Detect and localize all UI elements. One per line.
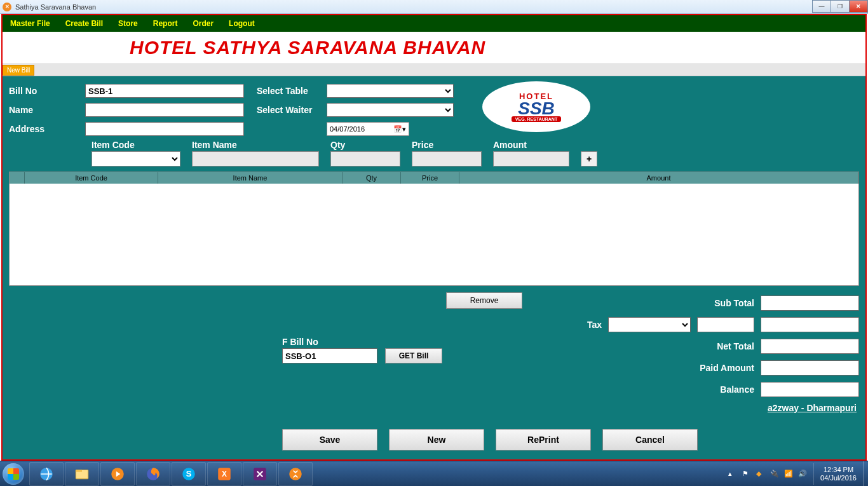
balance-value[interactable] <box>761 382 859 397</box>
app-frame: Master File Create Bill Store Report Ord… <box>1 14 867 461</box>
svg-rect-2 <box>76 470 82 471</box>
fbill-input[interactable] <box>282 348 377 363</box>
tray-flag-icon[interactable]: ⚑ <box>742 470 751 478</box>
amount-input[interactable] <box>493 151 569 166</box>
grid-col-item-name[interactable]: Item Name <box>158 172 342 184</box>
close-button[interactable]: ✕ <box>849 0 868 13</box>
taskbar-visualstudio-icon[interactable] <box>243 462 277 486</box>
tray-power-icon[interactable]: 🔌 <box>770 470 779 478</box>
taskbar-xampp-icon[interactable]: X <box>207 462 241 486</box>
date-value: 04/07/2016 <box>330 125 365 133</box>
tray-shield-icon[interactable]: ◆ <box>756 470 765 478</box>
new-button[interactable]: New <box>389 429 484 451</box>
name-label: Name <box>9 105 85 115</box>
select-waiter-dropdown[interactable] <box>327 103 454 117</box>
system-tray: ▴ ⚑ ◆ 🔌 📶 🔊 12:34 PM 04/Jul/2016 <box>722 461 868 486</box>
address-label: Address <box>9 124 85 134</box>
svg-text:S: S <box>186 469 192 478</box>
item-name-input[interactable] <box>192 151 319 166</box>
grid-col-amount[interactable]: Amount <box>459 172 858 184</box>
grid-col-item-code[interactable]: Item Code <box>25 172 158 184</box>
name-input[interactable] <box>85 103 244 117</box>
subtotal-label: Sub Total <box>678 298 754 308</box>
show-desktop-button[interactable] <box>863 461 868 486</box>
tab-new-bill[interactable]: New Bill <box>3 65 34 76</box>
grid-body[interactable] <box>10 184 858 285</box>
items-grid: Item Code Item Name Qty Price Amount <box>9 172 859 286</box>
taskbar-clock[interactable]: 12:34 PM 04/Jul/2016 <box>813 463 863 485</box>
header: HOTEL SATHYA SARAVANA BHAVAN <box>3 32 865 64</box>
bill-no-input[interactable] <box>85 84 244 98</box>
select-table-label: Select Table <box>257 86 327 96</box>
select-waiter-label: Select Waiter <box>257 105 327 115</box>
maximize-button[interactable]: ❐ <box>831 0 850 13</box>
hotel-logo: HOTEL SSB VEG. RESTAURANT <box>482 81 590 132</box>
select-table-dropdown[interactable] <box>327 84 454 98</box>
taskbar-ie-icon[interactable] <box>29 462 64 486</box>
calendar-icon: 📅▾ <box>393 125 406 133</box>
nettotal-value[interactable] <box>761 339 859 354</box>
window-title: Sathiya Saravana Bhavan <box>15 3 96 11</box>
nettotal-label: Net Total <box>678 341 754 351</box>
start-button[interactable] <box>0 461 27 487</box>
balance-label: Balance <box>678 384 754 395</box>
menubar: Master File Create Bill Store Report Ord… <box>3 15 865 32</box>
remove-button[interactable]: Remove <box>446 292 522 309</box>
item-name-label: Item Name <box>192 140 319 150</box>
footer-link[interactable]: a2zway - Dharmapuri <box>529 403 859 413</box>
menu-logout[interactable]: Logout <box>229 19 255 28</box>
subtotal-value[interactable] <box>761 295 859 311</box>
price-input[interactable] <box>412 151 482 166</box>
tax-amount-value[interactable] <box>761 317 859 332</box>
tax-label: Tax <box>587 320 602 330</box>
main-panel: Bill No Name Address Select Table <box>3 76 865 459</box>
reprint-button[interactable]: RePrint <box>496 429 591 451</box>
taskbar-firefox-icon[interactable] <box>136 462 170 486</box>
tax-dropdown[interactable] <box>608 317 691 332</box>
fbill-label: F Bill No <box>282 337 442 347</box>
menu-order[interactable]: Order <box>193 19 214 28</box>
taskbar-explorer-icon[interactable] <box>65 462 99 486</box>
menu-create-bill[interactable]: Create Bill <box>65 19 103 28</box>
taskbar: S X ▴ ⚑ ◆ 🔌 📶 🔊 12:34 PM 04/Jul/2016 <box>0 461 868 486</box>
bill-no-label: Bill No <box>9 86 85 96</box>
qty-input[interactable] <box>330 151 400 166</box>
minimize-button[interactable]: — <box>812 0 831 13</box>
tax-percent-value[interactable] <box>697 317 754 332</box>
tray-volume-icon[interactable]: 🔊 <box>798 470 807 478</box>
svg-text:X: X <box>222 470 227 478</box>
grid-col-qty[interactable]: Qty <box>342 172 401 184</box>
taskbar-mediaplayer-icon[interactable] <box>100 462 135 486</box>
clock-time: 12:34 PM <box>820 466 857 474</box>
address-input[interactable] <box>85 122 244 136</box>
clock-date: 04/Jul/2016 <box>820 474 857 482</box>
menu-store[interactable]: Store <box>118 19 138 28</box>
svg-point-11 <box>289 468 302 480</box>
menu-master-file[interactable]: Master File <box>10 19 50 28</box>
logo-bot: VEG. RESTAURANT <box>512 116 561 122</box>
logo-mid: SSB <box>518 101 555 116</box>
paidamount-value[interactable] <box>761 360 859 376</box>
grid-row-header <box>10 172 25 184</box>
save-button[interactable]: Save <box>282 429 377 451</box>
qty-label: Qty <box>330 140 400 150</box>
page-title: HOTEL SATHYA SARAVANA BHAVAN <box>130 37 485 58</box>
price-label: Price <box>412 140 482 150</box>
cancel-button[interactable]: Cancel <box>602 429 698 451</box>
get-bill-button[interactable]: GET Bill <box>385 348 442 363</box>
paidamount-label: Paid Amount <box>678 363 754 373</box>
add-item-button[interactable]: + <box>581 151 597 166</box>
item-code-label: Item Code <box>92 140 180 150</box>
window-titlebar: Sathiya Saravana Bhavan — ❐ ✕ <box>0 0 868 14</box>
grid-col-price[interactable]: Price <box>401 172 459 184</box>
date-picker[interactable]: 04/07/2016 📅▾ <box>327 122 409 136</box>
tabstrip: New Bill <box>3 64 865 76</box>
taskbar-app-icon[interactable] <box>278 462 313 486</box>
item-code-dropdown[interactable] <box>92 151 180 166</box>
taskbar-skype-icon[interactable]: S <box>172 462 206 486</box>
amount-label: Amount <box>493 140 569 150</box>
menu-report[interactable]: Report <box>153 19 178 28</box>
tray-show-hidden-icon[interactable]: ▴ <box>728 470 737 478</box>
tray-network-icon[interactable]: 📶 <box>784 470 793 478</box>
app-icon <box>3 3 11 11</box>
